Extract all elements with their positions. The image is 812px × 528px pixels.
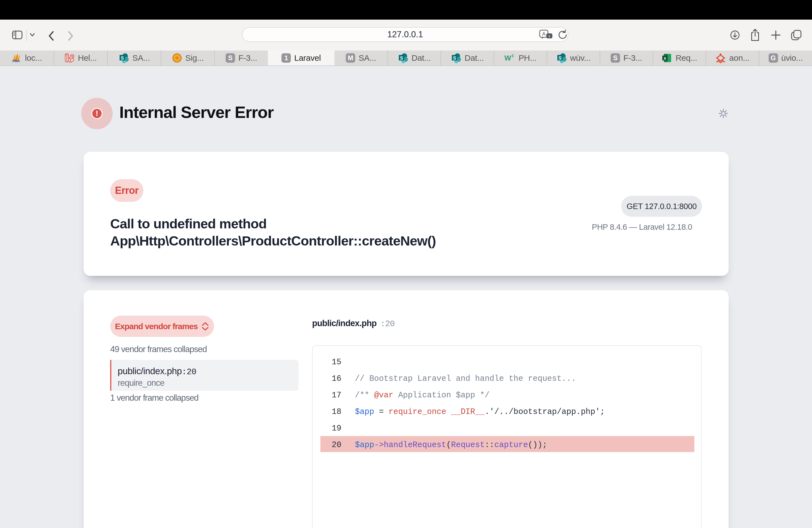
svg-text:W: W: [504, 54, 511, 62]
svg-text:3: 3: [511, 54, 514, 58]
svg-text:x: x: [664, 56, 666, 60]
svg-text:S: S: [121, 56, 124, 61]
svg-text:PMA: PMA: [12, 59, 20, 63]
svg-text:A: A: [542, 31, 546, 37]
svg-text:x: x: [549, 34, 550, 38]
svg-text:S: S: [400, 56, 403, 61]
svg-text:S: S: [559, 56, 562, 61]
svg-text:S: S: [453, 56, 456, 61]
